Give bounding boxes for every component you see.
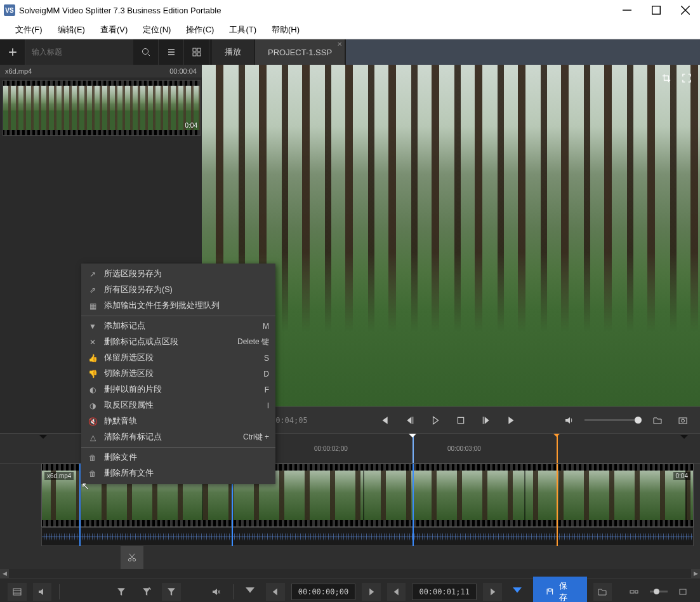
stop-button[interactable] [451,411,470,430]
prev-frame-button[interactable] [266,583,285,601]
ctx-keep-sel[interactable]: 👍保留所选区段S [81,350,275,366]
tab-project[interactable]: PROJECT-1.SSP✕ [255,39,345,65]
ctx-invert[interactable]: ◑取反区段属性I [81,398,275,413]
folder-out-icon[interactable] [593,583,612,601]
scroll-thumb[interactable] [9,569,691,578]
scroll-right-button[interactable]: ▶ [691,569,700,578]
film-strip-decor [42,520,693,526]
titlebar: VS SolveigMM Video Splitter 7.3 Business… [0,0,700,20]
clip-thumbnail[interactable]: 0:04 [3,80,201,136]
list-view-button[interactable] [159,39,184,65]
next-frame-button[interactable] [362,583,381,601]
menu-position[interactable]: 定位(N) [135,20,178,39]
zoom-out-icon[interactable] [624,583,644,601]
playhead[interactable] [413,434,414,463]
ctx-label: 清除所有标记点 [104,432,237,443]
fullscreen-icon[interactable] [678,70,695,86]
volume-slider[interactable] [584,419,642,421]
step-back-button[interactable] [400,411,419,430]
ctx-save-all[interactable]: ⇗所有区段另存为(S) [81,282,275,298]
ctx-clear-markers[interactable]: △清除所有标记点Ctrl键 + [81,429,275,445]
in-timecode[interactable]: 00:00:00;00 [291,584,355,600]
next-marker-button[interactable] [483,583,502,601]
ctx-del-all[interactable]: 🗑删除所有文件 [81,465,275,481]
ruler-tick-label: 00:00:03;00 [447,445,481,452]
ctx-add-batch[interactable]: ▦添加输出文件任务到批处理队列 [81,298,275,314]
filter-cut-icon[interactable] [137,583,156,601]
tab-play-label: 播放 [225,46,241,58]
film-strip-decor [3,130,200,135]
tab-play[interactable]: 播放 [212,39,254,65]
marker-track[interactable] [557,464,558,546]
ctx-save-selected[interactable]: ↗所选区段另存为 [81,266,275,282]
cut-line[interactable] [413,464,414,546]
menu-help[interactable]: 帮助(H) [264,20,307,39]
prev-marker-button[interactable] [387,583,406,601]
step-forward-button[interactable] [477,411,496,430]
transport-bar: / 00:00:04;05 [202,406,700,433]
ctx-del-marker[interactable]: ✕删除标记点或点区段Delete 键 [81,334,275,350]
add-button[interactable] [0,39,25,65]
minimize-button[interactable] [612,0,642,20]
menu-edit[interactable]: 编辑(E) [50,20,93,39]
tab-close-icon[interactable]: ✕ [336,40,343,48]
filter-icon[interactable] [112,583,131,601]
zoom-knob[interactable] [654,589,659,594]
scroll-left-button[interactable]: ◀ [0,569,9,578]
save-button[interactable]: 保存 [533,577,586,603]
volume-icon[interactable] [559,411,578,430]
skip-end-button[interactable] [502,411,521,430]
volume-knob[interactable] [635,417,642,424]
maximize-button[interactable] [642,0,671,20]
filter-active-icon[interactable] [162,583,181,601]
ctx-label: 添加标记点 [104,321,256,331]
in-point[interactable] [79,464,81,546]
ctx-label: 保留所选区段 [104,352,258,363]
tab-bar-bg [346,39,700,65]
thumbs-down-icon: 👎 [88,370,98,378]
ctx-accel: Ctrl键 + [243,432,269,443]
separator [233,584,234,599]
zoom-in-icon[interactable] [674,583,693,601]
timeline-scrollbar[interactable]: ◀ ▶ [0,569,700,578]
thumb-image [3,86,200,130]
ctx-accel: I [267,401,269,410]
marker-in-icon[interactable] [241,583,260,601]
crop-icon[interactable] [658,70,675,86]
marker-orange[interactable] [557,434,558,463]
marker-out-icon[interactable] [508,583,527,601]
svg-rect-5 [197,53,201,56]
cut-button[interactable] [121,546,143,569]
audio-icon[interactable] [33,583,52,601]
search-button[interactable] [133,39,159,65]
menu-tools[interactable]: 工具(T) [221,20,264,39]
out-timecode[interactable]: 00:00:01;11 [412,584,476,600]
zoom-slider[interactable] [650,591,668,592]
ctx-accel: Delete 键 [237,337,269,347]
video-preview[interactable] [202,65,700,406]
ctx-mute[interactable]: 🔇静默音轨 [81,413,275,429]
snapshot-button[interactable] [673,411,692,430]
svg-point-9 [128,558,131,561]
title-input[interactable] [25,39,133,65]
close-button[interactable] [671,0,700,20]
menu-operation[interactable]: 操作(C) [178,20,221,39]
grid-view-button[interactable] [184,39,209,65]
menu-view[interactable]: 查看(V) [93,20,135,39]
ctx-add-marker[interactable]: ▼添加标记点M [81,318,275,334]
ctx-del-before[interactable]: ◐删掉以前的片段F [81,382,275,398]
delete-marker-icon: ✕ [88,338,98,347]
menu-file[interactable]: 文件(F) [8,20,50,39]
ctx-accel: S [264,354,269,363]
ctx-cut-sel[interactable]: 👎切除所选区段D [81,366,275,382]
open-folder-button[interactable] [648,411,667,430]
skip-start-button[interactable] [375,411,394,430]
play-forward-button[interactable] [426,411,445,430]
marker-icon: ▼ [88,322,98,331]
mute-icon[interactable] [206,583,225,601]
ctx-del-file[interactable]: 🗑删除文件 [81,450,275,465]
film-icon[interactable] [8,583,27,601]
ruler-tick-label: 00:00:02;00 [314,445,348,452]
tab-project-label: PROJECT-1.SSP [268,48,332,57]
audio-waveform[interactable] [41,527,694,546]
